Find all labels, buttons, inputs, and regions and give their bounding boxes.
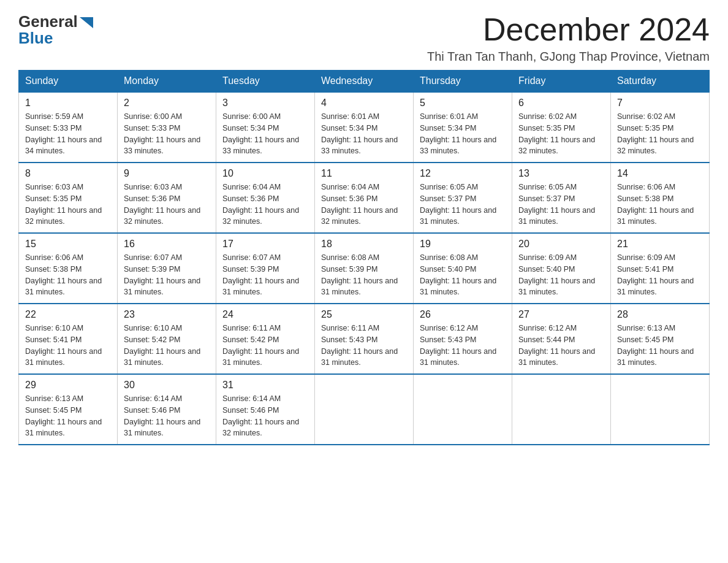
day-info: Sunrise: 6:10 AM Sunset: 5:42 PM Dayligh… [124,323,210,369]
logo: General Blue [18,12,93,46]
calendar-cell: 26 Sunrise: 6:12 AM Sunset: 5:43 PM Dayl… [414,304,512,374]
calendar-cell: 12 Sunrise: 6:05 AM Sunset: 5:37 PM Dayl… [414,163,512,233]
day-number: 8 [25,168,111,179]
day-info: Sunrise: 6:07 AM Sunset: 5:39 PM Dayligh… [222,252,308,298]
day-info: Sunrise: 6:14 AM Sunset: 5:46 PM Dayligh… [124,393,210,439]
day-number: 9 [124,168,210,179]
day-number: 29 [25,380,111,391]
day-info: Sunrise: 6:08 AM Sunset: 5:39 PM Dayligh… [321,252,407,298]
header-friday: Friday [512,71,611,93]
day-info: Sunrise: 6:11 AM Sunset: 5:42 PM Dayligh… [222,323,308,369]
day-number: 22 [25,309,111,320]
calendar-cell: 13 Sunrise: 6:05 AM Sunset: 5:37 PM Dayl… [512,163,611,233]
day-info: Sunrise: 6:08 AM Sunset: 5:40 PM Dayligh… [420,252,506,298]
calendar-cell: 22 Sunrise: 6:10 AM Sunset: 5:41 PM Dayl… [19,304,118,374]
header-sunday: Sunday [19,71,118,93]
day-info: Sunrise: 6:06 AM Sunset: 5:38 PM Dayligh… [25,252,111,298]
day-info: Sunrise: 5:59 AM Sunset: 5:33 PM Dayligh… [25,111,111,157]
calendar-week-row: 1 Sunrise: 5:59 AM Sunset: 5:33 PM Dayli… [19,92,710,163]
day-info: Sunrise: 6:02 AM Sunset: 5:35 PM Dayligh… [617,111,703,157]
day-number: 30 [124,380,210,391]
month-title: December 2024 [427,12,710,47]
calendar-cell: 29 Sunrise: 6:13 AM Sunset: 5:45 PM Dayl… [19,374,118,445]
day-number: 27 [518,309,604,320]
day-info: Sunrise: 6:01 AM Sunset: 5:34 PM Dayligh… [321,111,407,157]
calendar-cell: 14 Sunrise: 6:06 AM Sunset: 5:38 PM Dayl… [611,163,710,233]
calendar-table: SundayMondayTuesdayWednesdayThursdayFrid… [18,70,710,445]
calendar-cell: 1 Sunrise: 5:59 AM Sunset: 5:33 PM Dayli… [19,92,118,163]
day-number: 2 [124,98,210,109]
day-number: 23 [124,309,210,320]
day-number: 16 [124,239,210,250]
day-info: Sunrise: 6:03 AM Sunset: 5:35 PM Dayligh… [25,182,111,228]
calendar-cell: 30 Sunrise: 6:14 AM Sunset: 5:46 PM Dayl… [118,374,216,445]
day-info: Sunrise: 6:00 AM Sunset: 5:34 PM Dayligh… [222,111,308,157]
day-info: Sunrise: 6:00 AM Sunset: 5:33 PM Dayligh… [124,111,210,157]
calendar-cell [414,374,512,445]
day-number: 31 [222,380,308,391]
day-info: Sunrise: 6:13 AM Sunset: 5:45 PM Dayligh… [25,393,111,439]
day-number: 21 [617,239,703,250]
day-number: 11 [321,168,407,179]
calendar-cell: 7 Sunrise: 6:02 AM Sunset: 5:35 PM Dayli… [611,92,710,163]
header-thursday: Thursday [414,71,512,93]
day-info: Sunrise: 6:04 AM Sunset: 5:36 PM Dayligh… [222,182,308,228]
title-section: December 2024 Thi Tran Tan Thanh, GJong … [427,12,710,64]
location-title: Thi Tran Tan Thanh, GJong Thap Province,… [427,50,710,64]
day-number: 6 [518,98,604,109]
day-number: 19 [420,239,506,250]
calendar-cell: 4 Sunrise: 6:01 AM Sunset: 5:34 PM Dayli… [315,92,414,163]
header-monday: Monday [118,71,216,93]
day-info: Sunrise: 6:06 AM Sunset: 5:38 PM Dayligh… [617,182,703,228]
calendar-cell: 19 Sunrise: 6:08 AM Sunset: 5:40 PM Dayl… [414,233,512,304]
day-number: 15 [25,239,111,250]
day-number: 20 [518,239,604,250]
calendar-cell: 6 Sunrise: 6:02 AM Sunset: 5:35 PM Dayli… [512,92,611,163]
header-tuesday: Tuesday [216,71,315,93]
day-number: 18 [321,239,407,250]
day-number: 7 [617,98,703,109]
calendar-cell: 8 Sunrise: 6:03 AM Sunset: 5:35 PM Dayli… [19,163,118,233]
logo-arrow-icon [80,17,93,28]
header-saturday: Saturday [611,71,710,93]
day-info: Sunrise: 6:05 AM Sunset: 5:37 PM Dayligh… [420,182,506,228]
calendar-cell: 15 Sunrise: 6:06 AM Sunset: 5:38 PM Dayl… [19,233,118,304]
calendar-week-row: 15 Sunrise: 6:06 AM Sunset: 5:38 PM Dayl… [19,233,710,304]
calendar-cell: 27 Sunrise: 6:12 AM Sunset: 5:44 PM Dayl… [512,304,611,374]
calendar-cell [512,374,611,445]
day-number: 26 [420,309,506,320]
calendar-cell: 10 Sunrise: 6:04 AM Sunset: 5:36 PM Dayl… [216,163,315,233]
calendar-cell: 16 Sunrise: 6:07 AM Sunset: 5:39 PM Dayl… [118,233,216,304]
calendar-cell: 25 Sunrise: 6:11 AM Sunset: 5:43 PM Dayl… [315,304,414,374]
svg-marker-0 [80,17,93,28]
logo-blue: Blue [18,30,93,46]
calendar-cell: 18 Sunrise: 6:08 AM Sunset: 5:39 PM Dayl… [315,233,414,304]
page-header: General Blue December 2024 Thi Tran Tan … [18,12,710,64]
calendar-cell: 23 Sunrise: 6:10 AM Sunset: 5:42 PM Dayl… [118,304,216,374]
day-number: 14 [617,168,703,179]
calendar-cell: 31 Sunrise: 6:14 AM Sunset: 5:46 PM Dayl… [216,374,315,445]
day-info: Sunrise: 6:10 AM Sunset: 5:41 PM Dayligh… [25,323,111,369]
calendar-week-row: 8 Sunrise: 6:03 AM Sunset: 5:35 PM Dayli… [19,163,710,233]
calendar-cell: 2 Sunrise: 6:00 AM Sunset: 5:33 PM Dayli… [118,92,216,163]
day-number: 13 [518,168,604,179]
day-info: Sunrise: 6:07 AM Sunset: 5:39 PM Dayligh… [124,252,210,298]
day-number: 3 [222,98,308,109]
calendar-week-row: 22 Sunrise: 6:10 AM Sunset: 5:41 PM Dayl… [19,304,710,374]
day-info: Sunrise: 6:12 AM Sunset: 5:43 PM Dayligh… [420,323,506,369]
day-info: Sunrise: 6:11 AM Sunset: 5:43 PM Dayligh… [321,323,407,369]
day-info: Sunrise: 6:09 AM Sunset: 5:41 PM Dayligh… [617,252,703,298]
calendar-header-row: SundayMondayTuesdayWednesdayThursdayFrid… [19,71,710,93]
day-info: Sunrise: 6:14 AM Sunset: 5:46 PM Dayligh… [222,393,308,439]
day-number: 1 [25,98,111,109]
calendar-cell [611,374,710,445]
calendar-cell: 28 Sunrise: 6:13 AM Sunset: 5:45 PM Dayl… [611,304,710,374]
day-number: 5 [420,98,506,109]
calendar-cell: 5 Sunrise: 6:01 AM Sunset: 5:34 PM Dayli… [414,92,512,163]
calendar-cell: 17 Sunrise: 6:07 AM Sunset: 5:39 PM Dayl… [216,233,315,304]
day-info: Sunrise: 6:01 AM Sunset: 5:34 PM Dayligh… [420,111,506,157]
calendar-cell: 21 Sunrise: 6:09 AM Sunset: 5:41 PM Dayl… [611,233,710,304]
calendar-cell: 20 Sunrise: 6:09 AM Sunset: 5:40 PM Dayl… [512,233,611,304]
day-number: 10 [222,168,308,179]
day-number: 24 [222,309,308,320]
